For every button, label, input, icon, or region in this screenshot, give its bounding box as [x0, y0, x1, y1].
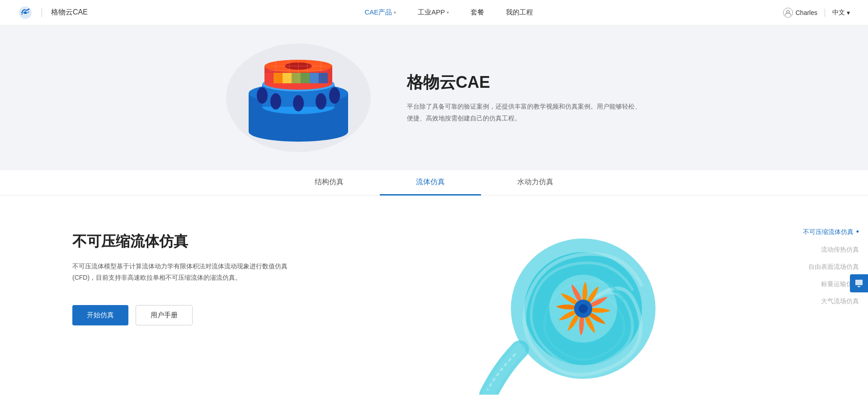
nav-cae-label: CAE产品 [364, 8, 392, 17]
hero-image-wrap [226, 43, 371, 152]
side-list-item-heat-transfer[interactable]: 流动传热仿真 [803, 246, 859, 254]
svg-rect-29 [301, 73, 310, 83]
svg-point-15 [293, 95, 304, 111]
cfd-visualization [475, 223, 665, 395]
logo-divider [42, 8, 42, 17]
svg-rect-31 [319, 73, 328, 83]
nav-packages-label: 套餐 [471, 8, 484, 17]
hero-text: 格物云CAE 平台除了具备可靠的验证案例，还提供丰富的教学视频和仿真案例。用户能… [407, 72, 642, 124]
tab-fluid[interactable]: 流体仿真 [380, 170, 481, 196]
chat-button[interactable] [850, 274, 868, 292]
svg-rect-26 [274, 73, 283, 83]
start-simulation-button[interactable]: 开始仿真 [72, 305, 128, 325]
svg-point-2 [787, 10, 789, 13]
svg-point-17 [329, 87, 340, 104]
nav-cae-chevron: ▾ [394, 10, 396, 15]
svg-point-13 [257, 87, 268, 104]
nav-item-packages[interactable]: 套餐 [471, 8, 484, 17]
content-left: 不可压缩流体仿真 不可压流体模型基于计算流体动力学有限体积法对流体流动现象进行数… [72, 223, 307, 325]
lang-selector[interactable]: 中文 ▾ [832, 9, 850, 17]
nav-item-industrial[interactable]: 工业APP ▾ [418, 8, 449, 17]
nav-item-cae[interactable]: CAE产品 ▾ [364, 8, 396, 17]
navbar: 格物云CAE CAE产品 ▾ 工业APP ▾ 套餐 我的工程 Charles [0, 0, 868, 25]
svg-rect-28 [292, 73, 301, 83]
user-area[interactable]: Charles [783, 8, 817, 18]
svg-point-16 [316, 93, 326, 110]
section-title: 不可压缩流体仿真 [72, 232, 307, 252]
section-description: 不可压流体模型基于计算流体动力学有限体积法对流体流动现象进行数值仿真(CFD)，… [72, 261, 307, 283]
side-list-item-incompressible[interactable]: 不可压缩流体仿真 [803, 227, 859, 237]
lang-label: 中文 [832, 9, 845, 17]
hero-description: 平台除了具备可靠的验证案例，还提供丰富的教学视频和仿真案例。用户能够轻松、便捷、… [407, 101, 642, 124]
hero-3d-model [235, 48, 362, 148]
content-right: 不可压缩流体仿真 流动传热仿真 自由表面流场仿真 标量运输仿真 大气流场仿真 [344, 223, 796, 395]
action-buttons: 开始仿真 用户手册 [72, 305, 307, 325]
tab-hydrodynamics[interactable]: 水动力仿真 [481, 170, 590, 196]
lang-chevron: ▾ [847, 9, 850, 16]
logo-icon [18, 5, 33, 20]
side-list-item-atmospheric[interactable]: 大气流场仿真 [803, 297, 859, 306]
tabs-container: 结构仿真 流体仿真 水动力仿真 [278, 170, 590, 196]
svg-point-14 [270, 93, 281, 110]
main-nav: CAE产品 ▾ 工业APP ▾ 套餐 我的工程 [115, 8, 783, 17]
svg-rect-25 [264, 73, 274, 83]
svg-rect-27 [283, 73, 292, 83]
tabs-bar: 结构仿真 流体仿真 水动力仿真 [0, 170, 868, 196]
nav-industrial-label: 工业APP [418, 8, 445, 17]
lang-divider [825, 9, 825, 17]
user-name-label: Charles [796, 9, 817, 16]
svg-rect-30 [310, 73, 319, 83]
nav-projects-label: 我的工程 [506, 8, 533, 17]
svg-point-1 [24, 11, 27, 14]
hero-title: 格物云CAE [407, 72, 642, 94]
svg-point-36 [579, 304, 588, 313]
tab-structure[interactable]: 结构仿真 [278, 170, 380, 196]
nav-industrial-chevron: ▾ [447, 10, 449, 15]
logo-area[interactable]: 格物云CAE [18, 5, 88, 20]
user-manual-button[interactable]: 用户手册 [136, 305, 193, 325]
hero-section: 格物云CAE 平台除了具备可靠的验证案例，还提供丰富的教学视频和仿真案例。用户能… [0, 25, 868, 170]
side-nav-list: 不可压缩流体仿真 流动传热仿真 自由表面流场仿真 标量运输仿真 大气流场仿真 [803, 227, 859, 306]
logo-text: 格物云CAE [51, 8, 88, 17]
main-content: 不可压缩流体仿真 不可压流体模型基于计算流体动力学有限体积法对流体流动现象进行数… [0, 196, 868, 401]
user-avatar-icon [783, 8, 793, 18]
side-list-item-free-surface[interactable]: 自由表面流场仿真 [803, 263, 859, 271]
navbar-right: Charles 中文 ▾ [783, 8, 850, 18]
nav-item-projects[interactable]: 我的工程 [506, 8, 533, 17]
